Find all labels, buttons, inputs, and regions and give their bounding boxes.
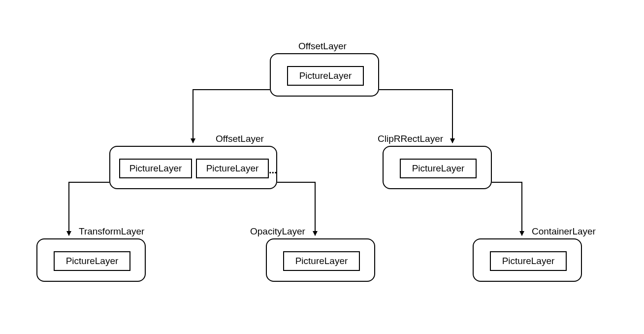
node-l2b: PictureLayer bbox=[383, 146, 492, 189]
inner-picture-layer: PictureLayer bbox=[119, 159, 192, 178]
node-title-l3c: ContainerLayer bbox=[532, 226, 596, 237]
node-title-l3b: OpacityLayer bbox=[250, 226, 305, 237]
node-l3b: PictureLayer bbox=[266, 238, 375, 282]
diagram-canvas: OffsetLayer PictureLayer OffsetLayer Pic… bbox=[0, 0, 644, 334]
inner-picture-layer: PictureLayer bbox=[54, 251, 130, 271]
node-title-l3a: TransformLayer bbox=[79, 226, 144, 237]
inner-picture-layer: PictureLayer bbox=[287, 66, 364, 86]
node-title-l2b: ClipRRectLayer bbox=[378, 134, 443, 144]
node-root: PictureLayer bbox=[270, 53, 379, 97]
node-l2a: PictureLayer PictureLayer ... bbox=[109, 146, 277, 189]
node-l3a: PictureLayer bbox=[36, 238, 146, 282]
inner-picture-layer: PictureLayer bbox=[400, 159, 477, 178]
node-l3c: PictureLayer bbox=[473, 238, 582, 282]
node-title-root: OffsetLayer bbox=[298, 41, 347, 52]
inner-picture-layer: PictureLayer bbox=[490, 251, 567, 271]
ellipsis: ... bbox=[269, 165, 277, 176]
node-title-l2a: OffsetLayer bbox=[216, 134, 264, 144]
inner-picture-layer: PictureLayer bbox=[196, 159, 269, 178]
inner-picture-layer: PictureLayer bbox=[283, 251, 360, 271]
